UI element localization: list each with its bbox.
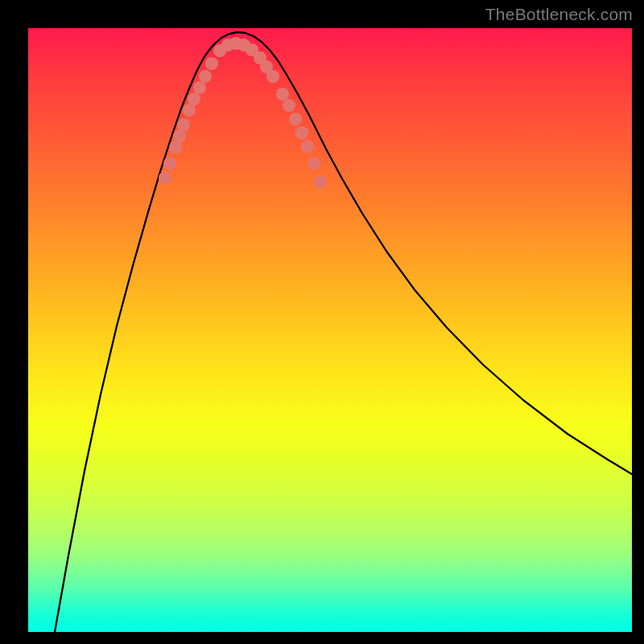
data-marker bbox=[169, 141, 182, 154]
data-marker bbox=[205, 57, 218, 70]
plot-area bbox=[28, 28, 632, 632]
watermark-text: TheBottleneck.com bbox=[485, 5, 633, 24]
data-marker bbox=[276, 88, 289, 101]
data-marker bbox=[177, 118, 190, 131]
data-marker bbox=[289, 113, 302, 126]
data-marker bbox=[159, 171, 171, 184]
data-marker bbox=[314, 175, 327, 188]
data-marker bbox=[295, 126, 308, 139]
data-marker bbox=[188, 93, 200, 105]
data-marker bbox=[173, 130, 186, 142]
chart-svg bbox=[28, 28, 632, 632]
data-marker bbox=[163, 157, 176, 170]
bottleneck-curve bbox=[55, 32, 632, 632]
data-marker bbox=[266, 70, 279, 83]
data-marker bbox=[283, 99, 295, 112]
data-marker bbox=[193, 81, 206, 94]
data-marker bbox=[301, 140, 314, 153]
chart-frame: TheBottleneck.com bbox=[0, 0, 644, 644]
data-marker bbox=[199, 70, 212, 83]
data-marker bbox=[183, 104, 196, 117]
data-marker bbox=[308, 157, 320, 170]
